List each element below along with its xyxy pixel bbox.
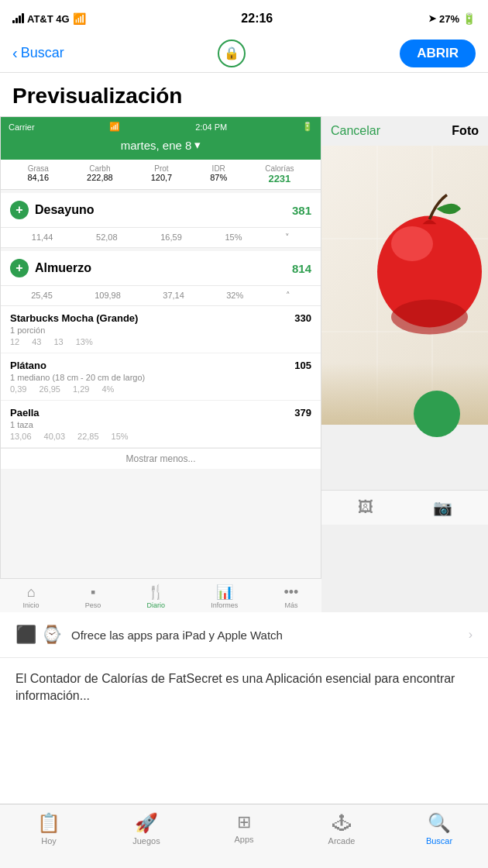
- back-chevron-icon: ‹: [12, 44, 18, 62]
- stat-carb: Carbh 222,88: [87, 164, 113, 184]
- weight-icon: ▪: [85, 584, 101, 601]
- breakfast-section: + Desayuno 381 11,44 52,08 16,59 15% ˅: [1, 193, 321, 248]
- app-tab-diario[interactable]: 🍴 Diario: [147, 584, 166, 609]
- surface-texture: [321, 363, 488, 425]
- breakfast-add-button[interactable]: +: [10, 201, 29, 219]
- app-header: Carrier 📶 2:04 PM 🔋 martes, ene 8 ▾: [1, 117, 321, 160]
- status-carrier: AT&T 4G 📶: [12, 12, 86, 25]
- app-tab-peso[interactable]: ▪ Peso: [85, 584, 101, 609]
- status-bar: AT&T 4G 📶 22:16 ➤ 27% 🔋: [0, 0, 488, 34]
- offer-text: Ofrece las apps para iPad y Apple Watch: [71, 629, 459, 642]
- preview-section: Carrier 📶 2:04 PM 🔋 martes, ene 8 ▾ Gras…: [0, 116, 488, 612]
- ipad-icon: ⬛: [15, 625, 36, 645]
- page-title: Previsualización: [0, 73, 488, 116]
- photo-cancel-button[interactable]: Cancelar: [331, 124, 380, 138]
- app-battery-icon: 🔋: [302, 122, 313, 132]
- breakfast-header: + Desayuno 381: [1, 193, 321, 228]
- svg-point-5: [391, 226, 433, 261]
- stat-idr: IDR 87%: [210, 164, 227, 184]
- mostrar-menos[interactable]: Mostrar menos...: [1, 448, 321, 469]
- photo-title: Foto: [452, 124, 479, 138]
- app-carrier-bar: Carrier 📶 2:04 PM 🔋: [1, 117, 321, 135]
- offer-row[interactable]: ⬛ ⌚ Ofrece las apps para iPad y Apple Wa…: [0, 612, 488, 658]
- wifi-icon: 📶: [73, 12, 86, 25]
- stat-calories: Calorías 2231: [265, 164, 294, 184]
- diary-icon: 🍴: [147, 584, 166, 601]
- food-item-platano: Plátano 105 1 mediano (18 cm - 20 cm de …: [1, 353, 321, 401]
- bottom-tab-bar: 📋 Hoy 🚀 Juegos ⊞ Apps 🕹 Arcade 🔍 Buscar: [0, 804, 488, 868]
- app-stats-row: Grasa 84,16 Carbh 222,88 Prot 120,7 IDR …: [1, 160, 321, 190]
- today-icon: 📋: [37, 812, 60, 834]
- food-item-starbucks: Starbucks Mocha (Grande) 330 1 porción 1…: [1, 306, 321, 353]
- home-icon: ⌂: [23, 584, 40, 601]
- photo-bottom-icons: 🖼 📷: [321, 490, 488, 525]
- location-icon: ➤: [428, 13, 436, 24]
- lunch-add-button[interactable]: +: [10, 259, 29, 277]
- arcade-icon: 🕹: [332, 812, 351, 834]
- signal-icon: [12, 14, 24, 23]
- tab-apps[interactable]: ⊞ Apps: [213, 812, 275, 844]
- photo-nav: Cancelar Foto: [321, 116, 488, 146]
- tab-hoy[interactable]: 📋 Hoy: [18, 812, 80, 846]
- apps-icon: ⊞: [237, 812, 251, 832]
- app-date-row: martes, ene 8 ▾: [1, 135, 321, 160]
- lunch-header: + Almuerzo 814: [1, 251, 321, 286]
- stat-prot: Prot 120,7: [151, 164, 173, 184]
- offer-icons: ⬛ ⌚: [15, 625, 62, 645]
- reports-icon: 📊: [211, 584, 238, 601]
- lunch-macros: 25,45 109,98 37,14 32% ˄: [1, 286, 321, 306]
- back-button[interactable]: ‹ Buscar: [12, 44, 64, 62]
- battery-icon: 🔋: [462, 12, 476, 25]
- description-section: El Contador de Calorías de FatSecret es …: [0, 658, 488, 718]
- camera-icon[interactable]: 📷: [433, 498, 452, 517]
- tab-juegos[interactable]: 🚀 Juegos: [115, 812, 177, 846]
- apple-svg: [356, 169, 488, 339]
- search-icon: 🔍: [428, 812, 451, 834]
- app-tab-mas[interactable]: ••• Más: [284, 584, 298, 609]
- watch-icon: ⌚: [41, 625, 62, 645]
- more-icon: •••: [284, 584, 298, 601]
- games-icon: 🚀: [135, 812, 158, 834]
- description-text: El Contador de Calorías de FatSecret es …: [15, 670, 473, 705]
- nav-bar: ‹ Buscar 🔒 ABRIR: [0, 34, 488, 73]
- status-battery: ➤ 27% 🔋: [428, 12, 476, 25]
- stat-fat: Grasa 84,16: [28, 164, 50, 184]
- lock-icon: 🔒: [218, 40, 246, 67]
- food-item-paella: Paella 379 1 taza 13,06 40,03 22,85 15%: [1, 401, 321, 448]
- tab-buscar[interactable]: 🔍 Buscar: [408, 812, 470, 846]
- status-time: 22:16: [241, 12, 273, 26]
- breakfast-macros: 11,44 52,08 16,59 15% ˅: [1, 228, 321, 248]
- offer-chevron-icon: ›: [469, 628, 473, 642]
- app-tab-informes[interactable]: 📊 Informes: [211, 584, 238, 609]
- app-bottom-tabs: ⌂ Inicio ▪ Peso 🍴 Diario 📊 Informes ••• …: [0, 578, 321, 612]
- lunch-section: + Almuerzo 814 25,45 109,98 37,14 32% ˄ …: [1, 251, 321, 469]
- green-circle-button[interactable]: [414, 391, 460, 437]
- apple-image: [321, 146, 488, 425]
- app-screenshot: Carrier 📶 2:04 PM 🔋 martes, ene 8 ▾ Gras…: [0, 116, 321, 612]
- green-circle-container: [321, 425, 488, 490]
- tab-arcade[interactable]: 🕹 Arcade: [311, 812, 373, 846]
- photos-icon[interactable]: 🖼: [358, 498, 373, 517]
- svg-point-6: [391, 300, 468, 335]
- app-wifi-icon: 📶: [109, 122, 120, 132]
- open-button[interactable]: ABRIR: [400, 40, 476, 67]
- app-tab-inicio[interactable]: ⌂ Inicio: [23, 584, 40, 609]
- photo-screenshot: Cancelar Foto: [321, 116, 488, 612]
